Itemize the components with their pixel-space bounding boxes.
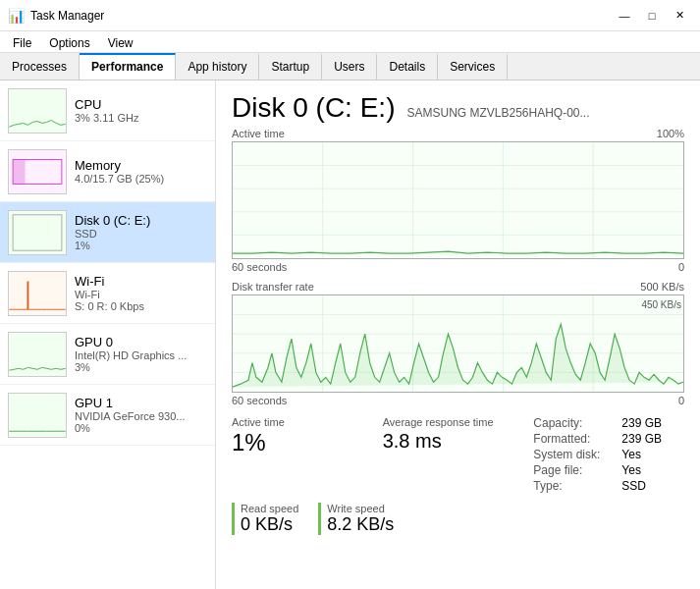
disk0-mini-chart bbox=[8, 210, 67, 255]
pagefile-val: Yes bbox=[621, 463, 641, 477]
close-button[interactable]: ✕ bbox=[667, 6, 692, 26]
gpu0-sub1: Intel(R) HD Graphics ... bbox=[75, 349, 207, 361]
gpu1-sub1: NVIDIA GeForce 930... bbox=[75, 410, 207, 422]
tabs-bar: Processes Performance App history Startu… bbox=[0, 53, 700, 80]
tab-processes[interactable]: Processes bbox=[0, 53, 80, 80]
read-speed-value: 0 KB/s bbox=[241, 514, 298, 535]
tab-performance[interactable]: Performance bbox=[80, 53, 176, 80]
gpu0-sub2: 3% bbox=[75, 361, 207, 373]
memory-sub: 4.0/15.7 GB (25%) bbox=[75, 173, 207, 185]
sidebar-item-cpu[interactable]: CPU 3% 3.11 GHz bbox=[0, 80, 215, 141]
avg-response-label: Average response time bbox=[383, 416, 522, 428]
active-time-label: Active time bbox=[232, 416, 371, 428]
chart1-footer-row: 60 seconds 0 bbox=[232, 261, 684, 273]
title-bar-left: 📊 Task Manager bbox=[8, 8, 104, 24]
systemdisk-key: System disk: bbox=[533, 448, 621, 461]
tab-users[interactable]: Users bbox=[322, 53, 377, 80]
capacity-key: Capacity: bbox=[533, 416, 621, 430]
pagefile-key: Page file: bbox=[533, 463, 621, 477]
sidebar-item-disk0[interactable]: Disk 0 (C: E:) SSD 1% bbox=[0, 202, 215, 263]
memory-info: Memory 4.0/15.7 GB (25%) bbox=[75, 158, 207, 185]
tab-details[interactable]: Details bbox=[377, 53, 438, 80]
gpu0-mini-chart bbox=[8, 332, 67, 377]
formatted-key: Formatted: bbox=[533, 432, 621, 446]
wifi-title: Wi-Fi bbox=[75, 274, 207, 289]
memory-mini-chart bbox=[8, 149, 67, 194]
active-time-section: Active time 100% bbox=[232, 128, 684, 273]
main-content: CPU 3% 3.11 GHz Memory 4.0/15.7 GB (25%) bbox=[0, 80, 700, 589]
menu-view[interactable]: View bbox=[99, 33, 142, 50]
capacity-val: 239 GB bbox=[621, 416, 662, 430]
gpu1-info: GPU 1 NVIDIA GeForce 930... 0% bbox=[75, 396, 207, 434]
chart1-bottom-right: 0 bbox=[678, 261, 684, 273]
info-table: Capacity: 239 GB Formatted: 239 GB Syste… bbox=[533, 416, 673, 493]
sidebar-item-wifi[interactable]: Wi-Fi Wi-Fi S: 0 R: 0 Kbps bbox=[0, 263, 215, 324]
chart2-450-label: 450 KB/s bbox=[641, 299, 681, 310]
maximize-button[interactable]: □ bbox=[639, 6, 665, 26]
gpu1-sub2: 0% bbox=[75, 422, 207, 434]
chart1-bottom-left: 60 seconds bbox=[232, 261, 287, 273]
wifi-sub2: S: 0 R: 0 Kbps bbox=[75, 300, 207, 312]
menu-bar: File Options View bbox=[0, 31, 700, 53]
disk0-sub1: SSD bbox=[75, 228, 207, 240]
chart2-max-label: 500 KB/s bbox=[640, 281, 684, 293]
info-row-systemdisk: System disk: Yes bbox=[533, 448, 673, 461]
type-val: SSD bbox=[621, 479, 646, 493]
write-speed-item: Write speed 8.2 KB/s bbox=[318, 503, 394, 535]
menu-options[interactable]: Options bbox=[40, 33, 98, 50]
wifi-sub1: Wi-Fi bbox=[75, 289, 207, 300]
svg-rect-0 bbox=[9, 89, 65, 133]
tab-apphistory[interactable]: App history bbox=[176, 53, 259, 80]
wifi-info: Wi-Fi Wi-Fi S: 0 R: 0 Kbps bbox=[75, 274, 207, 312]
read-speed-item: Read speed 0 KB/s bbox=[232, 503, 298, 535]
cpu-info: CPU 3% 3.11 GHz bbox=[75, 97, 207, 124]
transfer-rate-section: Disk transfer rate 500 KB/s 450 KB/s bbox=[232, 281, 684, 406]
app-icon: 📊 bbox=[8, 8, 25, 24]
tab-services[interactable]: Services bbox=[438, 53, 508, 80]
chart2-top-right: 500 KB/s bbox=[640, 281, 684, 293]
systemdisk-val: Yes bbox=[621, 448, 641, 461]
chart1-top-label: Active time bbox=[232, 128, 285, 139]
chart1-top-right: 100% bbox=[657, 128, 684, 139]
svg-rect-3 bbox=[13, 159, 25, 184]
read-speed-label: Read speed bbox=[241, 503, 298, 514]
cpu-title: CPU bbox=[75, 97, 207, 112]
stats-col-mid: Average response time 3.8 ms bbox=[383, 416, 534, 495]
sidebar-item-gpu0[interactable]: GPU 0 Intel(R) HD Graphics ... 3% bbox=[0, 324, 215, 385]
sidebar-item-gpu1[interactable]: GPU 1 NVIDIA GeForce 930... 0% bbox=[0, 385, 215, 446]
title-bar-controls: — □ ✕ bbox=[612, 6, 692, 26]
stats-col-right: Capacity: 239 GB Formatted: 239 GB Syste… bbox=[533, 416, 684, 495]
type-key: Type: bbox=[533, 479, 621, 493]
stats-section: Active time 1% Average response time 3.8… bbox=[232, 416, 684, 495]
menu-file[interactable]: File bbox=[4, 33, 40, 50]
svg-rect-6 bbox=[9, 272, 65, 315]
chart2-footer-row: 60 seconds 0 bbox=[232, 395, 684, 406]
sidebar: CPU 3% 3.11 GHz Memory 4.0/15.7 GB (25%) bbox=[0, 80, 216, 589]
cpu-mini-chart bbox=[8, 88, 67, 134]
detail-title: Disk 0 (C: E:) bbox=[232, 92, 395, 124]
tab-startup[interactable]: Startup bbox=[259, 53, 322, 80]
minimize-button[interactable]: — bbox=[612, 6, 637, 26]
info-row-capacity: Capacity: 239 GB bbox=[533, 416, 673, 430]
formatted-val: 239 GB bbox=[621, 432, 662, 446]
info-row-type: Type: SSD bbox=[533, 479, 673, 493]
gpu0-title: GPU 0 bbox=[75, 335, 207, 349]
disk0-info: Disk 0 (C: E:) SSD 1% bbox=[75, 213, 207, 251]
chart2-label-row: Disk transfer rate 500 KB/s bbox=[232, 281, 684, 293]
avg-response-value: 3.8 ms bbox=[383, 430, 522, 452]
gpu0-info: GPU 0 Intel(R) HD Graphics ... 3% bbox=[75, 335, 207, 373]
detail-header: Disk 0 (C: E:) SAMSUNG MZVLB256HAHQ-00..… bbox=[232, 92, 684, 124]
sidebar-item-memory[interactable]: Memory 4.0/15.7 GB (25%) bbox=[0, 141, 215, 202]
chart1-label-row: Active time 100% bbox=[232, 128, 684, 139]
transfer-rate-chart: 450 KB/s bbox=[232, 294, 684, 393]
write-speed-label: Write speed bbox=[327, 503, 394, 514]
chart2-bottom-left: 60 seconds bbox=[232, 395, 287, 406]
disk0-title: Disk 0 (C: E:) bbox=[75, 213, 207, 228]
detail-model: SAMSUNG MZVLB256HAHQ-00... bbox=[406, 106, 589, 120]
title-bar: 📊 Task Manager — □ ✕ bbox=[0, 0, 700, 31]
svg-rect-4 bbox=[9, 211, 65, 254]
gpu1-title: GPU 1 bbox=[75, 396, 207, 410]
chart2-top-label: Disk transfer rate bbox=[232, 281, 314, 293]
disk0-sub2: 1% bbox=[75, 240, 207, 251]
cpu-sub: 3% 3.11 GHz bbox=[75, 112, 207, 124]
